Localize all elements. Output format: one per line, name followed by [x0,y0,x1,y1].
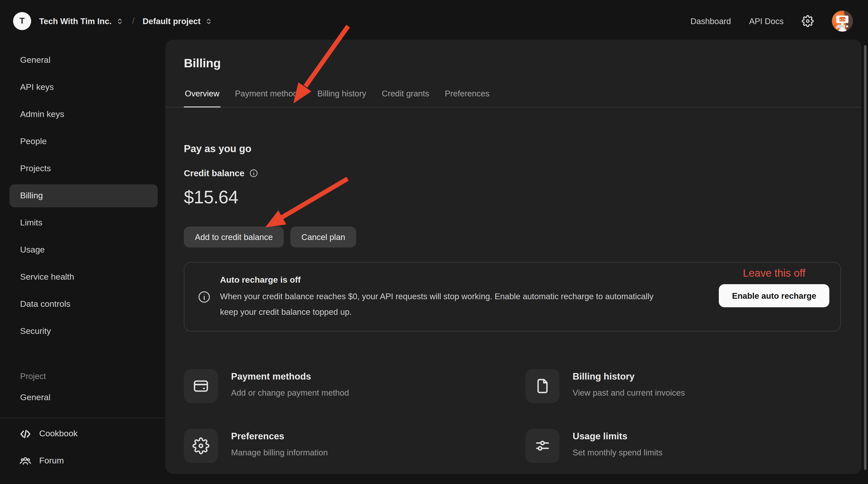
info-icon[interactable] [249,169,258,178]
plan-buttons: Add to credit balance Cancel plan [184,226,841,248]
settings-gear-icon[interactable] [802,15,814,27]
main-panel: Billing Overview Payment methods Billing… [165,40,862,474]
card-text: Usage limits Set monthly spend limits [572,429,662,463]
sidebar-item-security[interactable]: Security [9,318,158,345]
scrollbar-thumb[interactable] [864,45,867,470]
gear-icon [184,429,218,463]
sidebar-footer: Cookbook Forum [0,418,165,475]
sidebar-item-billing[interactable]: Billing [9,184,158,207]
org-selector-icon[interactable] [116,17,124,25]
sidebar-section-label: Project [0,359,165,384]
sidebar-item-limits[interactable]: Limits [9,209,158,236]
sidebar-item-project-general[interactable]: General [9,384,158,411]
credit-balance-label-row: Credit balance [184,168,841,179]
sidebar-item-label: Forum [39,456,64,466]
card-subtitle: Set monthly spend limits [572,445,662,460]
sidebar-org-nav: General API keys Admin keys People Proje… [0,42,165,345]
card-text: Payment methods Add or change payment me… [231,369,349,403]
pay-as-you-go-section: Pay as you go Credit balance $15.64 Add … [165,141,862,331]
nav-api-docs[interactable]: API Docs [749,16,784,26]
document-icon [525,369,560,403]
code-icon [19,428,32,439]
sidebar-item-general[interactable]: General [9,47,158,74]
people-icon [19,455,32,466]
auto-recharge-title: Auto recharge is off [220,274,690,286]
sidebar-item-service-health[interactable]: Service health [9,264,158,291]
sidebar-item-data-controls[interactable]: Data controls [9,291,158,318]
breadcrumb-separator: / [132,16,134,26]
sidebar-item-usage[interactable]: Usage [9,236,158,264]
auto-recharge-notice: Auto recharge is off When your credit ba… [184,262,841,331]
enable-auto-recharge-button[interactable]: Enable auto recharge [719,284,829,307]
credit-card-icon [184,369,218,403]
sidebar-item-projects[interactable]: Projects [9,155,158,182]
project-name[interactable]: Default project [143,16,201,26]
sidebar-item-people[interactable]: People [9,128,158,155]
sidebar-item-admin-keys[interactable]: Admin keys [9,101,158,128]
tab-payment-methods[interactable]: Payment methods [234,83,303,107]
sidebar-item-cookbook[interactable]: Cookbook [0,420,165,447]
credit-balance-amount: $15.64 [184,186,841,208]
sidebar-project-nav: General [0,384,165,411]
tab-overview[interactable]: Overview [184,83,220,107]
nav-dashboard[interactable]: Dashboard [690,16,731,26]
credit-balance-label: Credit balance [184,168,244,179]
sidebar-item-forum[interactable]: Forum [0,447,165,475]
sidebar-item-api-keys[interactable]: API keys [9,74,158,101]
sidebar-item-label: Cookbook [39,429,78,439]
tab-credit-grants[interactable]: Credit grants [381,83,430,107]
auto-recharge-actions: Leave this off Enable auto recharge [719,267,829,307]
add-to-credit-balance-button[interactable]: Add to credit balance [184,226,284,248]
project-selector-icon[interactable] [205,17,213,25]
header-nav: Dashboard API Docs </> [690,10,853,32]
card-title: Billing history [572,370,685,383]
page-title: Billing [184,55,862,72]
card-subtitle: Manage billing information [231,445,328,460]
cancel-plan-button[interactable]: Cancel plan [290,226,356,248]
top-header: T Tech With Tim Inc. / Default project D… [0,0,868,42]
card-title: Preferences [231,430,328,443]
card-text: Preferences Manage billing information [231,429,328,463]
sidebar: General API keys Admin keys People Proje… [0,42,165,484]
auto-recharge-text: Auto recharge is off When your credit ba… [220,274,690,320]
profile-avatar[interactable]: </> [832,10,853,32]
card-subtitle: Add or change payment method [231,385,349,400]
card-text: Billing history View past and current in… [572,369,685,403]
svg-text:</>: </> [839,18,845,21]
billing-tabs: Overview Payment methods Billing history… [165,83,862,107]
sliders-icon [525,429,560,463]
card-subtitle: View past and current invoices [572,385,685,400]
org-avatar[interactable]: T [13,12,31,30]
preferences-card[interactable]: Preferences Manage billing information [184,429,328,463]
info-icon [197,290,211,306]
breadcrumb: T Tech With Tim Inc. / Default project [13,12,213,30]
billing-history-card[interactable]: Billing history View past and current in… [525,369,685,403]
tab-preferences[interactable]: Preferences [444,83,491,107]
auto-recharge-body: When your credit balance reaches $0, you… [220,289,662,320]
app-root: T Tech With Tim Inc. / Default project D… [0,0,868,484]
org-name[interactable]: Tech With Tim Inc. [39,16,112,26]
plan-heading: Pay as you go [184,141,841,156]
tab-billing-history[interactable]: Billing history [316,83,367,107]
annotation-leave-this-off: Leave this off [743,267,805,280]
payment-methods-card[interactable]: Payment methods Add or change payment me… [184,369,349,403]
card-title: Usage limits [572,430,662,443]
card-title: Payment methods [231,370,349,383]
usage-limits-card[interactable]: Usage limits Set monthly spend limits [525,429,662,463]
